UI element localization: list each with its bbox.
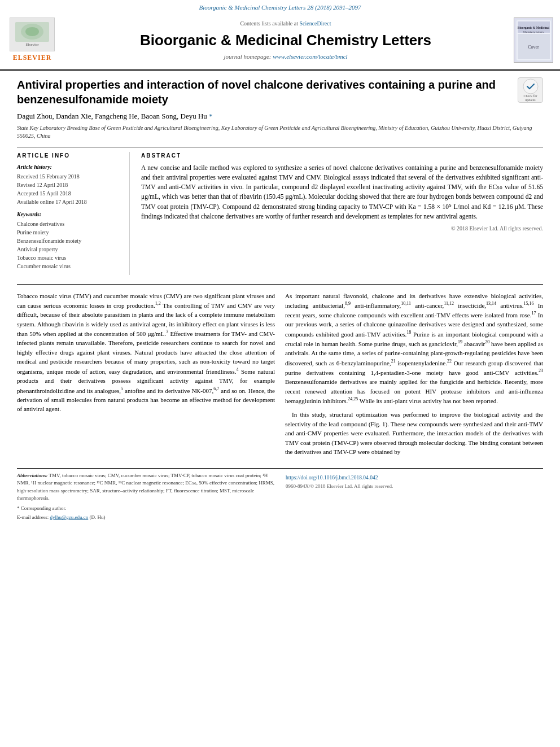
svg-text:Bioorganic & Medicinal: Bioorganic & Medicinal [517,26,549,29]
body-right-col: As important natural flavonoid, chalcone… [285,291,543,461]
article-info-label: ARTICLE INFO [17,152,123,160]
accepted-date: Accepted 15 April 2018 [17,189,123,198]
body-right-para-1: As important natural flavonoid, chalcone… [285,291,543,406]
issn-text: 0960-894X/© 2018 Elsevier Ltd. All right… [286,483,543,490]
keyword-3: Benzenesulfonamide moiety [17,237,123,245]
available-online-date: Available online 17 April 2018 [17,198,123,206]
email-link[interactable]: dylhu@gzu.edu.cn [50,514,88,520]
footer-right-col: https://doi.org/10.1016/j.bmcl.2018.04.0… [286,472,543,521]
authors-text: Dagui Zhou, Dandan Xie, Fangcheng He, Ba… [17,112,207,120]
abbreviations-label: Abbreviations: [17,473,48,478]
keywords-label: Keywords: [17,211,123,219]
svg-text:Cover: Cover [528,45,539,50]
corresponding-label: * Corresponding author. [17,505,66,511]
keywords-content: Chalcone derivatives Purine moiety Benze… [17,220,123,270]
footer-two-col: Abbreviations: TMV, tobacco mosaic virus… [17,472,543,521]
journal-homepage: journal homepage: www.elsevier.com/locat… [63,53,508,61]
journal-thumbnail: Bioorganic & Medicinal Chemistry Letters… [514,18,553,63]
body-right-para-2: In this study, structural optimization w… [285,410,543,457]
doi-link[interactable]: https://doi.org/10.1016/j.bmcl.2018.04.0… [286,474,543,482]
contents-line: Contents lists available at ScienceDirec… [63,20,508,28]
email-paren-close: ) [104,514,106,520]
contents-text: Contents lists available at [240,20,298,27]
footer-left-col: Abbreviations: TMV, tobacco mosaic virus… [17,472,274,521]
keyword-5: Tobacco mosaic virus [17,254,123,262]
body-two-col: Tobacco mosaic virus (TMV) and cucumber … [17,291,543,461]
email-note: E-mail address: dylhu@gzu.edu.cn (D. Hu) [17,514,274,521]
keyword-1: Chalcone derivatives [17,220,123,228]
journal-citation: Bioorganic & Medicinal Chemistry Letters… [0,0,560,14]
corresponding-mark: * [209,112,213,120]
body-divider [17,284,543,285]
keywords-group: Keywords: Chalcone derivatives Purine mo… [17,211,123,270]
copyright-line: © 2018 Elsevier Ltd. All rights reserved… [141,225,543,233]
email-label: E-mail address: [17,514,49,520]
abstract-label: ABSTRACT [141,152,543,160]
article-info-abstract: ARTICLE INFO Article history: Received 1… [17,147,543,275]
authors-line: Dagui Zhou, Dandan Xie, Fangcheng He, Ba… [17,111,543,121]
body-left-col: Tobacco mosaic virus (TMV) and cucumber … [17,291,275,461]
svg-point-12 [523,79,538,94]
check-badge-text: Check for updates [518,94,542,102]
journal-center: Contents lists available at ScienceDirec… [58,20,514,62]
affiliation: State Key Laboratory Breeding Base of Gr… [17,124,543,140]
received-date: Received 15 February 2018 [17,172,123,181]
elsevier-brand: ELSEVIER [13,53,52,63]
svg-text:Chemistry Letters: Chemistry Letters [523,30,544,33]
keyword-2: Purine moiety [17,228,123,237]
keyword-6: Cucumber mosaic virus [17,262,123,270]
science-direct-link[interactable]: ScienceDirect [299,20,331,27]
svg-point-3 [25,27,39,36]
keyword-4: Antiviral property [17,245,123,254]
elsevier-image: Elsevier [10,18,55,51]
revised-date: Revised 12 April 2018 [17,181,123,189]
abbreviations-text: TMV, tobacco mosaic virus; CMV, cucumber… [17,473,274,501]
homepage-link[interactable]: www.elsevier.com/locate/bmcl [273,53,347,60]
abstract-text: A new concise and facile method was expl… [141,163,543,222]
article-title-section: Antiviral properties and interaction of … [17,77,543,107]
article-content: Antiviral properties and interaction of … [0,71,560,532]
article-history-content: Received 15 February 2018 Revised 12 Apr… [17,172,123,206]
article-history-group: Article history: Received 15 February 20… [17,163,123,206]
journal-title: Bioorganic & Medicinal Chemistry Letters [63,30,508,50]
article-title: Antiviral properties and interaction of … [17,77,518,107]
abstract-column: ABSTRACT A new concise and facile method… [141,152,543,275]
svg-text:Elsevier: Elsevier [26,42,40,47]
email-person-name: D. Hu [91,514,104,520]
body-left-para-1: Tobacco mosaic virus (TMV) and cucumber … [17,291,275,414]
journal-header: Bioorganic & Medicinal Chemistry Letters… [0,0,560,71]
elsevier-logo: Elsevier ELSEVIER [7,18,58,63]
corresponding-note: * Corresponding author. [17,505,274,512]
article-info-column: ARTICLE INFO Article history: Received 1… [17,152,130,275]
journal-logo-row: Elsevier ELSEVIER Contents lists availab… [0,14,560,66]
footer-area: Abbreviations: TMV, tobacco mosaic virus… [17,468,543,521]
homepage-label: journal homepage: [224,53,271,60]
article-history-label: Article history: [17,163,123,171]
abbreviations: Abbreviations: TMV, tobacco mosaic virus… [17,472,274,503]
check-for-updates-badge: Check for updates [518,77,543,103]
citation-text: Bioorganic & Medicinal Chemistry Letters… [199,4,361,11]
